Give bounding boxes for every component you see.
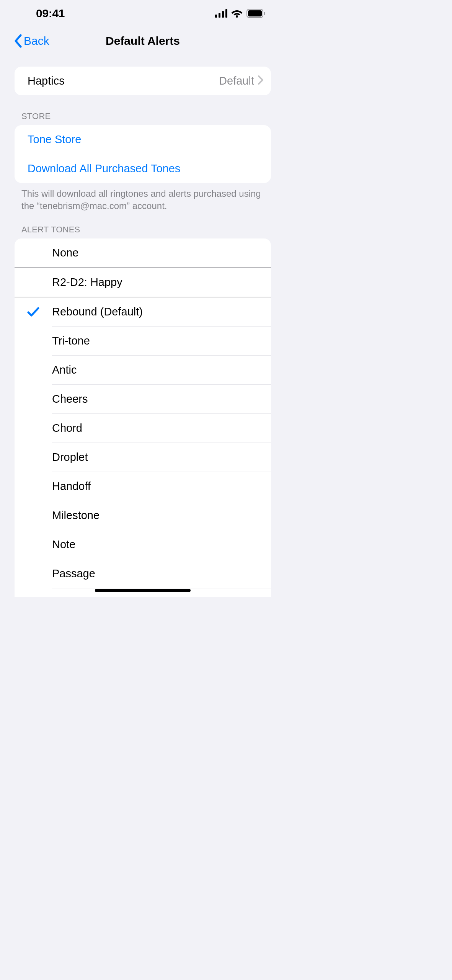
alert-tone-label: Handoff: [52, 480, 263, 493]
store-footer: This will download all ringtones and ale…: [8, 183, 278, 212]
haptics-value: Default: [219, 75, 254, 87]
alert-tone-row[interactable]: Rebound (Default): [15, 297, 271, 326]
home-indicator: [95, 589, 191, 592]
wifi-icon: [231, 9, 243, 18]
alert-tone-label: Passage: [52, 567, 263, 580]
alert-tone-label: Milestone: [52, 509, 263, 522]
alert-tone-label: Rebound (Default): [52, 305, 263, 318]
back-label: Back: [24, 34, 49, 47]
cellular-icon: [215, 9, 227, 18]
svg-rect-1: [219, 13, 220, 18]
alert-tone-row[interactable]: Handoff: [15, 472, 271, 501]
alert-tone-row[interactable]: Antic: [15, 356, 271, 384]
store-header: STORE: [8, 111, 278, 125]
alert-tone-label: Note: [52, 538, 263, 551]
download-tones-label: Download All Purchased Tones: [28, 162, 263, 175]
alert-tone-label: Droplet: [52, 451, 263, 464]
screen: 09:41: [8, 0, 278, 597]
alert-tone-label: Cheers: [52, 393, 263, 405]
chevron-right-icon: [258, 75, 263, 87]
svg-rect-6: [248, 10, 262, 16]
store-group: STORE Tone Store Download All Purchased …: [8, 111, 278, 212]
status-indicators: [215, 9, 266, 18]
alert-tone-row[interactable]: Note: [15, 530, 271, 559]
page-title: Default Alerts: [106, 34, 180, 47]
svg-rect-0: [215, 15, 217, 18]
battery-icon: [246, 9, 266, 18]
haptics-row[interactable]: Haptics Default: [15, 67, 271, 95]
alert-tone-row[interactable]: Chord: [15, 414, 271, 443]
nav-bar: Back Default Alerts: [8, 27, 278, 55]
haptics-label: Haptics: [28, 75, 219, 87]
alert-tone-label: Chord: [52, 422, 263, 434]
alert-tones-group: ALERT TONES NoneR2-D2: HappyRebound (Def…: [8, 225, 278, 597]
svg-rect-2: [222, 11, 224, 18]
alert-tone-label: None: [52, 247, 263, 259]
alert-tone-row[interactable]: R2-D2: Happy: [15, 268, 271, 297]
alert-tone-label: Tri-tone: [52, 335, 263, 347]
alert-tone-label: Portal: [52, 596, 263, 597]
tone-store-row[interactable]: Tone Store: [15, 125, 271, 154]
alert-tone-row[interactable]: Droplet: [15, 443, 271, 472]
alert-tone-row[interactable]: Passage: [15, 559, 271, 588]
status-time: 09:41: [36, 7, 65, 20]
alert-tone-row[interactable]: Cheers: [15, 385, 271, 413]
haptics-group: Haptics Default: [8, 67, 278, 95]
back-button[interactable]: Back: [11, 27, 52, 55]
alert-tone-label: R2-D2: Happy: [52, 276, 263, 289]
tone-store-label: Tone Store: [28, 133, 263, 146]
download-tones-row[interactable]: Download All Purchased Tones: [15, 154, 271, 183]
alert-tone-row[interactable]: Milestone: [15, 501, 271, 530]
svg-rect-7: [264, 12, 265, 15]
alert-tones-header: ALERT TONES: [8, 225, 278, 238]
alert-tone-label: Antic: [52, 364, 263, 376]
alert-tone-row[interactable]: None: [15, 238, 271, 267]
checkmark-icon: [15, 307, 52, 317]
svg-rect-3: [225, 9, 227, 18]
svg-point-4: [236, 15, 238, 18]
chevron-left-icon: [14, 34, 22, 48]
alert-tone-row[interactable]: Tri-tone: [15, 327, 271, 355]
status-bar: 09:41: [8, 0, 278, 27]
